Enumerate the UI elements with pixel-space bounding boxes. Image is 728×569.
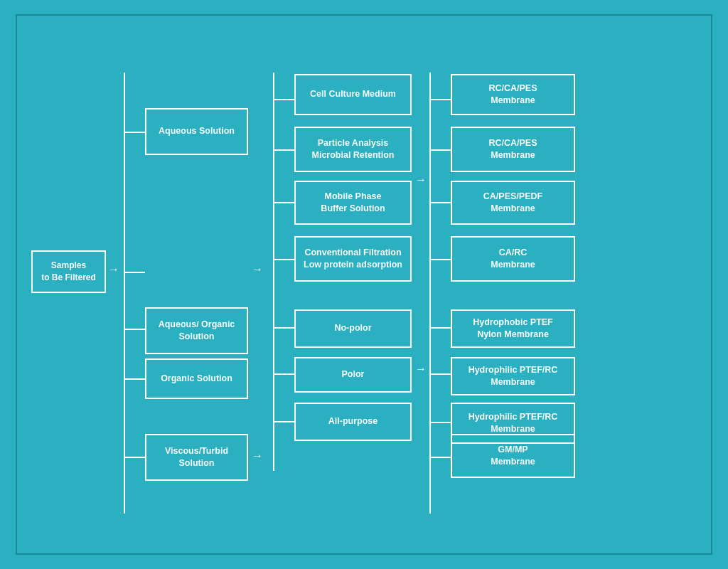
hline-samples [124, 272, 145, 273]
hline-v2-ap [273, 421, 294, 422]
hline-v2-cf [273, 259, 294, 260]
arrow-viscous-col4: → [252, 450, 263, 462]
hline-v3-rc2 [429, 149, 451, 151]
arrow-col3-col4-top: → [415, 174, 427, 186]
box-rcca-pes2: RC/CA/PES Membrane [451, 127, 575, 172]
box-organic: Organic Solution [145, 358, 248, 399]
box-ca-rc: CA/RC Membrane [451, 236, 575, 282]
box-polar: Polor [294, 357, 412, 393]
hline-viscous [124, 457, 145, 458]
box-allpurpose: All-purpose [294, 403, 412, 441]
hline-v3-hprc2 [429, 422, 451, 423]
box-particle-analysis: Particle Analysis Microbial Retention [294, 127, 412, 172]
vline3 [429, 73, 431, 514]
hline-aq-org [124, 329, 145, 330]
hline-v3-ca [429, 202, 451, 203]
hline-v2-mp [273, 202, 294, 203]
box-aqueous-organic: Aqueous/ Organic Solution [145, 307, 248, 354]
hline-v2-cc [273, 99, 294, 100]
hline-organic [124, 378, 145, 380]
samples-arrow: → [108, 263, 119, 276]
hline-v2-pol [273, 373, 294, 375]
hline-v3-gm [429, 457, 451, 458]
diagram-wrapper: Samples to Be Filtered → Aqueous Solutio… [16, 14, 712, 555]
vline1 [124, 73, 125, 514]
box-gm-mp: GM/MP Membrane [451, 434, 575, 478]
box-cell-culture: Cell Culture Medium [294, 74, 412, 115]
box-viscous: Viscous/Turbid Solution [145, 434, 248, 481]
box-mobile-phase: Mobile Phase Buffer Solution [294, 181, 412, 225]
main-layout: Samples to Be Filtered → Aqueous Solutio… [31, 30, 700, 542]
hline-v2-np [273, 327, 294, 329]
box-hydrophilic-ptef-rc1: Hydrophilic PTEF/RC Membrane [451, 357, 575, 395]
box-rcca-pes1: RC/CA/PES Membrane [451, 74, 575, 115]
box-aqueous: Aqueous Solution [145, 108, 248, 155]
vline2 [273, 73, 274, 471]
box-conventional: Conventional Filtration Low protein adso… [294, 236, 412, 282]
arrow-aqueous-col3: → [252, 263, 263, 276]
hline-v3-rc1 [429, 99, 451, 100]
hline-aqueous [124, 132, 145, 133]
arrow-col3-col4-org: → [415, 363, 427, 376]
box-nopolar: No-polor [294, 309, 412, 348]
hline-v2-pa [273, 149, 294, 151]
box-hydrophobic-ptef: Hydrophobic PTEF Nylon Membrane [451, 309, 575, 348]
hline-v3-hpnm [429, 327, 451, 329]
box-ca-pes-pedf: CA/PES/PEDF Membrane [451, 181, 575, 225]
hline-v3-hprc1 [429, 373, 451, 375]
hline-v3-carc [429, 259, 451, 260]
samples-box: Samples to Be Filtered [31, 250, 106, 293]
